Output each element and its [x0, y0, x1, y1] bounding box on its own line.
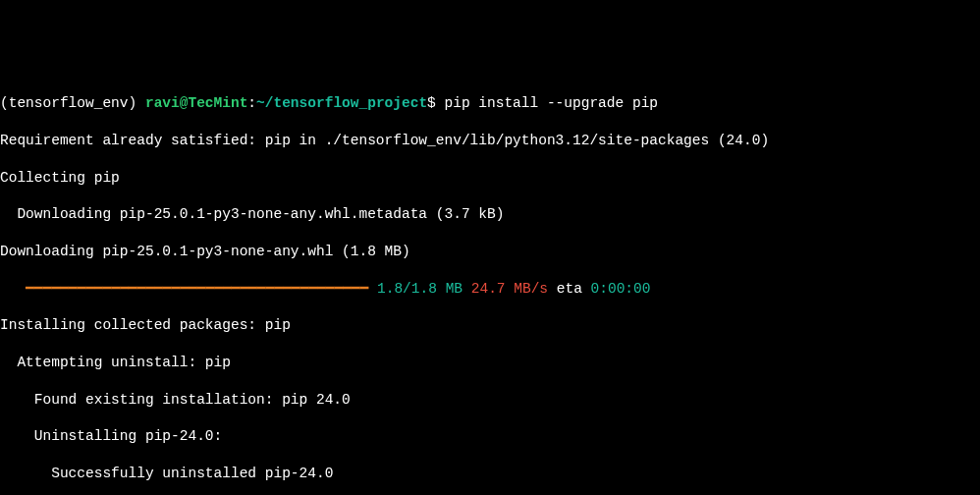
output-line: Found existing installation: pip 24.0 — [0, 391, 980, 410]
progress-eta: 0:00:00 — [591, 281, 651, 297]
output-line: Collecting pip — [0, 169, 980, 188]
output-line: Successfully uninstalled pip-24.0 — [0, 465, 980, 483]
venv-indicator: (tensorflow_env) — [0, 95, 145, 111]
progress-speed: 24.7 MB/s — [463, 281, 548, 297]
output-line: Requirement already satisfied: pip in ./… — [0, 132, 980, 150]
output-line: Downloading pip-25.0.1-py3-none-any.whl.… — [0, 205, 980, 224]
prompt-line-1[interactable]: (tensorflow_env) ravi@TecMint:~/tensorfl… — [0, 94, 980, 113]
progress-eta-label: eta — [548, 281, 591, 297]
output-line: Downloading pip-25.0.1-py3-none-any.whl … — [0, 243, 980, 261]
terminal-output: (tensorflow_env) ravi@TecMint:~/tensorfl… — [0, 76, 980, 495]
progress-pad — [0, 281, 26, 297]
user-host: ravi@TecMint — [145, 95, 247, 111]
colon-sep: : — [247, 95, 256, 111]
output-line: Installing collected packages: pip — [0, 316, 980, 335]
progress-line: ━━━━━━━━━━━━━━━━━━━━━━━━━━━━━━━━━━━━━━━━… — [0, 280, 980, 299]
prompt-symbol: $ — [427, 95, 436, 111]
cwd-path: ~/tensorflow_project — [256, 95, 427, 111]
progress-bar-icon: ━━━━━━━━━━━━━━━━━━━━━━━━━━━━━━━━━━━━━━━━ — [26, 281, 368, 297]
progress-size: 1.8/1.8 MB — [368, 281, 463, 297]
output-line: Attempting uninstall: pip — [0, 354, 980, 372]
command-text: pip install --upgrade pip — [436, 95, 658, 111]
output-line: Uninstalling pip-24.0: — [0, 427, 980, 446]
